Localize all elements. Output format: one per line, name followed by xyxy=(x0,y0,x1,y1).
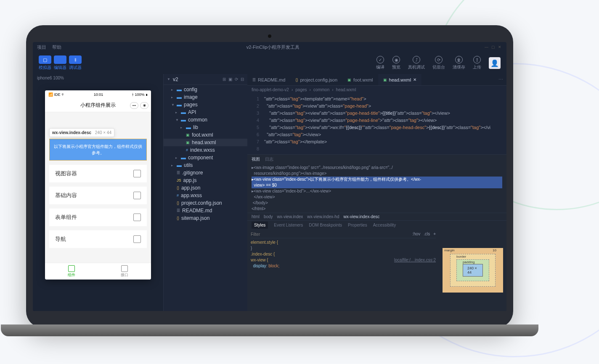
tooltip-selector: wx-view.index-desc xyxy=(52,130,91,135)
folder-config[interactable]: ▸▬config xyxy=(164,86,247,93)
list-item[interactable]: 基础内容 xyxy=(49,187,147,204)
folder-API[interactable]: ▸▬API xyxy=(164,108,247,116)
file-app.json[interactable]: {}app.json xyxy=(164,184,247,192)
tooltip-size: 240 × 44 xyxy=(95,130,111,135)
folder-image[interactable]: ▸▬image xyxy=(164,93,247,101)
menu-icon xyxy=(133,214,141,221)
dom-node[interactable]: </wx-view> xyxy=(252,194,502,200)
devtools-panel: 视图 日志 ▸<wx-image class="index-logo" src=… xyxy=(247,154,506,311)
dom-node[interactable]: ▸<wx-image class="index-logo" src="../re… xyxy=(252,165,502,171)
tab-overflow-icon[interactable]: ⋯ xyxy=(495,77,506,82)
styles-tab[interactable]: DOM Breakpoints xyxy=(309,223,342,227)
toolbar-action-真机调试[interactable]: ⤴真机调试 xyxy=(408,56,425,70)
editor-tab[interactable]: ▣head.wxml✕ xyxy=(378,74,422,85)
capsule-close-icon[interactable]: ◉ xyxy=(140,102,148,109)
tabbar-组件[interactable]: 组件 xyxy=(45,263,98,280)
toolbar-action-切后台[interactable]: ⟳切后台 xyxy=(432,56,445,70)
editor-panel: ☰README.md{}project.config.json▣foot.wxm… xyxy=(247,74,506,311)
add-rule-icon[interactable]: + xyxy=(433,231,436,237)
new-folder-icon[interactable]: ▣ xyxy=(228,77,232,82)
capsule-more-icon[interactable]: ••• xyxy=(130,102,138,109)
phone-time: 10:01 xyxy=(94,92,103,97)
breadcrumb-segment[interactable]: fino-applet-demo-v2 xyxy=(252,87,289,92)
new-file-icon[interactable]: ⊞ xyxy=(223,77,226,82)
maximize-icon[interactable]: ▢ xyxy=(491,45,496,49)
toolbar-btn-模拟器[interactable]: ▢模拟器 xyxy=(39,55,51,71)
phone-simulator[interactable]: 📶 IDE ᯤ 10:01 ᚼ 100% ▮ 小程序组件展示 ••• ◉ w xyxy=(45,90,151,280)
styles-tab[interactable]: Styles xyxy=(252,222,268,229)
file-app.wxss[interactable]: #app.wxss xyxy=(164,192,247,199)
window-controls: — ▢ ✕ xyxy=(485,45,502,49)
tabbar-接口[interactable]: 接口 xyxy=(98,263,151,280)
devtools-tab-console[interactable]: 日志 xyxy=(265,156,273,162)
editor-tab[interactable]: ▣foot.wxml xyxy=(342,74,378,85)
dom-node[interactable]: ▸<wx-view class="index-desc">以下将展示小程序官方组… xyxy=(252,177,502,182)
toolbar-action-编译[interactable]: ✓编译 xyxy=(376,56,384,70)
editor-tab[interactable]: {}project.config.json xyxy=(290,74,342,85)
toolbar-btn-编辑器[interactable]: 编辑器 xyxy=(54,55,66,71)
folder-common[interactable]: ▼▬common xyxy=(164,116,247,124)
styles-tab[interactable]: Event Listeners xyxy=(274,223,303,227)
list-item[interactable]: 表单组件 xyxy=(49,208,147,226)
camera-notch xyxy=(268,34,271,38)
file-index.wxss[interactable]: #index.wxss xyxy=(164,146,247,154)
dom-node[interactable]: </html> xyxy=(252,206,502,212)
dom-path-segment[interactable]: wx-view.index-desc xyxy=(343,214,379,219)
styles-filter-input[interactable] xyxy=(251,232,409,237)
hov-toggle[interactable]: :hov xyxy=(412,231,420,237)
dom-node[interactable]: ▸<wx-view class="index-bd">…</wx-view> xyxy=(252,188,502,194)
explorer-header: ▼ v2 ⊞ ▣ ⟳ ⊟ xyxy=(164,74,247,85)
dom-path-segment[interactable]: html xyxy=(252,214,260,219)
breadcrumb-segment[interactable]: head.wxml xyxy=(336,87,356,92)
file-project.config.json[interactable]: {}project.config.json xyxy=(164,199,247,207)
menu-project[interactable]: 项目 xyxy=(37,44,46,50)
list-item[interactable]: 导航 xyxy=(49,230,147,248)
tab-close-icon[interactable]: ✕ xyxy=(413,77,416,82)
file-head.wxml[interactable]: ▣head.wxml xyxy=(164,139,247,146)
dom-path-segment[interactable]: wx-view.index-hd xyxy=(307,214,339,219)
highlighted-element[interactable]: 以下将展示小程序官方组件能力，组件样式仅供参考。 xyxy=(49,139,147,161)
folder-pages[interactable]: ▼▬pages xyxy=(164,101,247,108)
dom-node[interactable]: </body> xyxy=(252,200,502,206)
collapse-icon[interactable]: ⊟ xyxy=(241,77,244,82)
styles-tab[interactable]: Properties xyxy=(348,223,367,227)
explorer-root[interactable]: v2 xyxy=(173,76,178,82)
toolbar: ▢模拟器编辑器⫴调试器 ✓编译◉预览⤴真机调试⟳切后台🗑清缓存↥上传👤 xyxy=(33,52,506,74)
toolbar-action-预览[interactable]: ◉预览 xyxy=(392,56,400,70)
file-app.js[interactable]: JSapp.js xyxy=(164,177,247,184)
devtools-tab-elements[interactable]: 视图 xyxy=(252,156,260,162)
toolbar-action-上传[interactable]: ↥上传 xyxy=(473,56,481,70)
file-.gitignore[interactable]: ☰.gitignore xyxy=(164,169,247,177)
dom-path-segment[interactable]: body xyxy=(264,214,273,219)
editor-tab[interactable]: ☰README.md xyxy=(247,74,290,85)
folder-component[interactable]: ▸▬component xyxy=(164,154,247,161)
dom-path-segment[interactable]: wx-view.index xyxy=(277,214,303,219)
avatar[interactable]: 👤 xyxy=(489,57,501,69)
styles-tabs: StylesEvent ListenersDOM BreakpointsProp… xyxy=(247,220,506,229)
dom-tree[interactable]: ▸<wx-image class="index-logo" src="../re… xyxy=(247,164,506,213)
folder-utils[interactable]: ▸▬utils xyxy=(164,161,247,169)
minimize-icon[interactable]: — xyxy=(485,45,489,49)
phone-navbar: 小程序组件展示 ••• ◉ xyxy=(45,99,151,112)
list-item[interactable]: 视图容器 xyxy=(49,165,147,182)
menu-help[interactable]: 帮助 xyxy=(52,44,61,50)
refresh-icon[interactable]: ⟳ xyxy=(235,77,238,82)
breadcrumb-segment[interactable]: common xyxy=(313,87,329,92)
file-foot.wxml[interactable]: ▣foot.wxml xyxy=(164,131,247,139)
dom-node[interactable]: view> == $0 xyxy=(252,182,502,188)
styles-tab[interactable]: Accessibility xyxy=(373,223,396,227)
toolbar-btn-调试器[interactable]: ⫴调试器 xyxy=(69,55,82,71)
inspector-tooltip: wx-view.index-desc 240 × 44 xyxy=(49,128,114,137)
close-icon[interactable]: ✕ xyxy=(498,45,502,49)
cls-toggle[interactable]: .cls xyxy=(424,231,430,237)
box-model-content: 240 × 44 xyxy=(463,264,483,277)
dom-node[interactable]: resources/kind/logo.png"></wx-image> xyxy=(252,171,502,177)
breadcrumb-segment[interactable]: pages xyxy=(295,87,307,92)
styles-pane[interactable]: :hov .cls + element.style {}.index-desc … xyxy=(247,229,439,311)
phone-tabbar: 组件接口 xyxy=(45,263,151,280)
file-sitemap.json[interactable]: {}sitemap.json xyxy=(164,214,247,222)
code-editor[interactable]: 1"attr">class="tag"><template "attr">nam… xyxy=(247,94,506,154)
folder-lib[interactable]: ▸▬lib xyxy=(164,124,247,131)
toolbar-action-清缓存[interactable]: 🗑清缓存 xyxy=(453,56,465,70)
file-README.md[interactable]: ☰README.md xyxy=(164,207,247,214)
